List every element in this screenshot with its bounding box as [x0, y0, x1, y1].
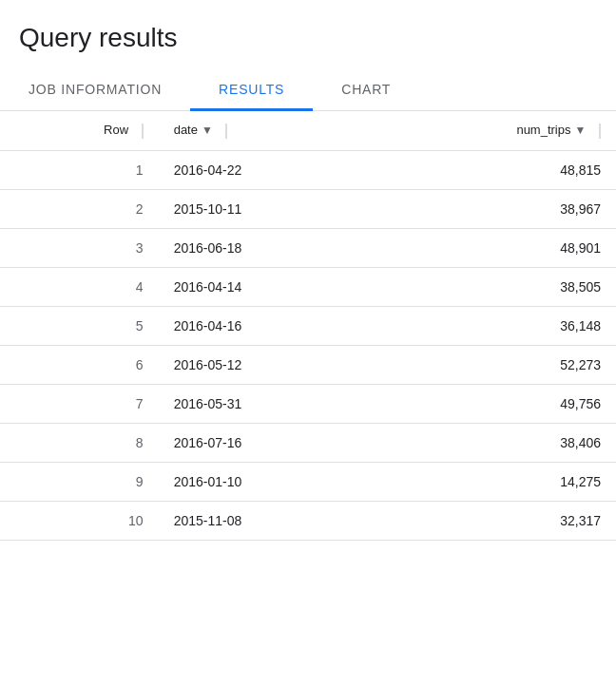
- cell-num-trips: 38,505: [370, 267, 616, 306]
- cell-date: 2016-07-16: [159, 423, 370, 462]
- resize-handle-row[interactable]: [136, 124, 144, 139]
- tab-job-information[interactable]: JOB INFORMATION: [0, 68, 190, 110]
- tabs-bar: JOB INFORMATION RESULTS CHART: [0, 68, 616, 111]
- results-table: Row date ▼ num_trips ▼: [0, 111, 616, 541]
- table-row: 52016-04-1636,148: [0, 306, 616, 345]
- cell-num-trips: 48,901: [370, 228, 616, 267]
- table-body: 12016-04-2248,81522015-10-1138,96732016-…: [0, 150, 616, 540]
- tab-results[interactable]: RESULTS: [190, 68, 313, 110]
- table-row: 12016-04-2248,815: [0, 150, 616, 189]
- table-row: 102015-11-0832,317: [0, 501, 616, 540]
- table-row: 22015-10-1138,967: [0, 189, 616, 228]
- cell-row-number: 8: [0, 423, 159, 462]
- cell-num-trips: 48,815: [370, 150, 616, 189]
- resize-handle-date[interactable]: [220, 124, 227, 139]
- sort-icon-date[interactable]: ▼: [202, 124, 213, 137]
- table-row: 72016-05-3149,756: [0, 384, 616, 423]
- cell-row-number: 6: [0, 345, 159, 384]
- table-row: 82016-07-1638,406: [0, 423, 616, 462]
- cell-date: 2016-04-22: [159, 150, 370, 189]
- cell-row-number: 5: [0, 306, 159, 345]
- col-header-date: date ▼: [159, 111, 370, 150]
- cell-date: 2016-06-18: [159, 228, 370, 267]
- results-table-wrapper: Row date ▼ num_trips ▼: [0, 111, 616, 541]
- cell-date: 2016-05-31: [159, 384, 370, 423]
- resize-handle-num-trips[interactable]: [593, 124, 601, 139]
- cell-num-trips: 49,756: [370, 384, 616, 423]
- cell-date: 2016-04-16: [159, 306, 370, 345]
- col-header-num-trips: num_trips ▼: [370, 111, 616, 150]
- cell-row-number: 9: [0, 462, 159, 501]
- col-header-row: Row: [0, 111, 159, 150]
- cell-row-number: 1: [0, 150, 159, 189]
- tab-chart[interactable]: CHART: [313, 68, 419, 110]
- cell-row-number: 7: [0, 384, 159, 423]
- page-title: Query results: [0, 0, 616, 68]
- cell-date: 2016-01-10: [159, 462, 370, 501]
- cell-num-trips: 14,275: [370, 462, 616, 501]
- table-row: 92016-01-1014,275: [0, 462, 616, 501]
- cell-date: 2016-05-12: [159, 345, 370, 384]
- cell-date: 2016-04-14: [159, 267, 370, 306]
- cell-row-number: 2: [0, 189, 159, 228]
- cell-num-trips: 52,273: [370, 345, 616, 384]
- cell-num-trips: 36,148: [370, 306, 616, 345]
- cell-row-number: 10: [0, 501, 159, 540]
- table-row: 32016-06-1848,901: [0, 228, 616, 267]
- table-row: 62016-05-1252,273: [0, 345, 616, 384]
- cell-num-trips: 38,967: [370, 189, 616, 228]
- cell-date: 2015-11-08: [159, 501, 370, 540]
- cell-num-trips: 38,406: [370, 423, 616, 462]
- sort-icon-num-trips[interactable]: ▼: [574, 124, 586, 137]
- table-header-row: Row date ▼ num_trips ▼: [0, 111, 616, 150]
- table-row: 42016-04-1438,505: [0, 267, 616, 306]
- cell-row-number: 3: [0, 228, 159, 267]
- cell-row-number: 4: [0, 267, 159, 306]
- cell-num-trips: 32,317: [370, 501, 616, 540]
- cell-date: 2015-10-11: [159, 189, 370, 228]
